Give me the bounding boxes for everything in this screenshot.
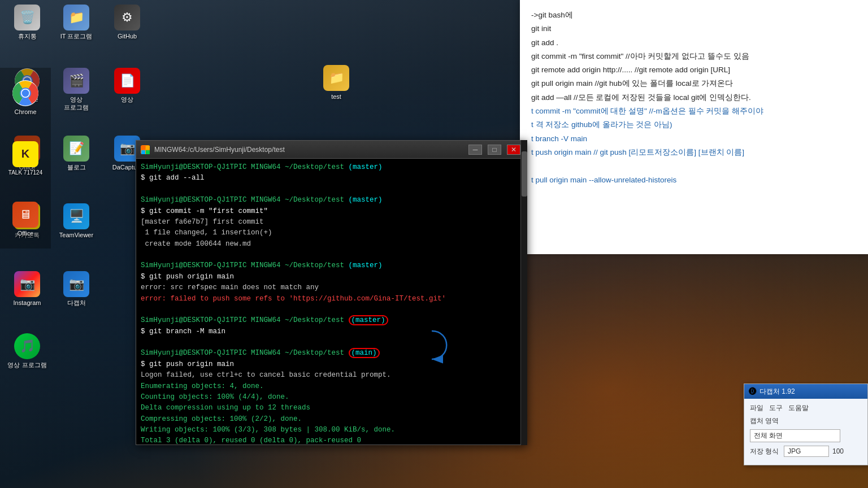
dacapture-menu: 파일 도구 도움말 (750, 403, 862, 413)
t-line-5: [master fa6e7b7] first commit (141, 217, 520, 228)
desktop-icon-dacapture[interactable]: 📷 다캡처 (54, 271, 99, 307)
desktop-icon-pdf[interactable]: 📄 영상 (105, 68, 150, 103)
dacapture-label: 다캡처 (67, 299, 86, 307)
sidebar-chrome-icon (12, 80, 38, 106)
sidebar-office-label: Office (18, 230, 34, 237)
note-line-11: t push origin main // git push [리모트저장소이름… (531, 146, 857, 159)
dacapture-format-label: 저장 형식 (750, 447, 784, 456)
dacapture-format-field: 저장 형식 JPG 100 (750, 446, 862, 457)
github-label: GitHub (118, 32, 137, 40)
t-blank-3 (141, 304, 520, 315)
note-line-9: t 격 저장소 github에 올라가는 것은 아님) (531, 118, 857, 132)
t-line-1: SimHyunji@DESKTOP-QJ1TPIC MINGW64 ~/Desk… (141, 162, 520, 173)
instagram-icon: 📷 (14, 271, 40, 297)
dacapture-body: 파일 도구 도움말 캡처 영역 전체 화면 저장 형식 JPG 100 (744, 399, 867, 465)
t-line-20: Compressing objects: 100% (2/2), done. (141, 414, 520, 425)
t-line-2: $ git add --all (141, 173, 520, 184)
dacapture-menu-file[interactable]: 파일 (750, 403, 763, 413)
svg-point-13 (22, 89, 29, 97)
desktop-icon-melon[interactable]: 🎵 영상 프로그램 (5, 333, 50, 369)
t-line-13: $ git branch -M main (141, 326, 520, 337)
dacapture-window[interactable]: 🅓 다캡처 1.92 파일 도구 도움말 캡처 영역 전체 화면 저장 형식 J… (744, 384, 868, 465)
sidebar-item-office[interactable]: 🖥 Office (0, 189, 51, 249)
sidebar-office-icon: 🖥 (12, 202, 38, 228)
desktop: 🗑️ 휴지통 📁 IT 프로그램 ⚙ GitHub (0, 0, 868, 488)
t-line-3: SimHyunji@DESKTOP-QJ1TPIC MINGW64 ~/Desk… (141, 195, 520, 206)
note-line-2: git init (531, 22, 857, 36)
note-line-12 (531, 159, 857, 173)
terminal-maximize-btn[interactable]: □ (488, 145, 501, 155)
terminal-minimize-btn[interactable]: ─ (468, 145, 482, 155)
note-line-7: git add —all //모든 로컬에 저장된 것들을 local git에… (531, 91, 857, 104)
t-line-7: create mode 100644 new.md (141, 239, 520, 250)
t-line-8: SimHyunji@DESKTOP-QJ1TPIC MINGW64 ~/Desk… (141, 260, 520, 271)
t-blank-2 (141, 250, 520, 260)
t-line-16: Logon failed, use ctrl+c to cancel basic… (141, 370, 520, 381)
note-line-3: git add . (531, 36, 857, 50)
terminal-window[interactable]: MINGW64:/c/Users/SimHyunji/Desktop/test … (136, 140, 526, 445)
pdf-label: 영상 (121, 95, 133, 103)
melon-label: 영상 프로그램 (7, 361, 46, 369)
test-label: test (331, 93, 341, 101)
terminal-titlebar: MINGW64:/c/Users/SimHyunji/Desktop/test … (136, 141, 525, 159)
recycle-icon: 🗑️ (14, 5, 40, 30)
dacapture-title-icon: 🅓 (749, 387, 757, 396)
sidebar-chrome-label: Chrome (14, 108, 36, 115)
github-icon: ⚙ (114, 5, 140, 30)
blog-icon: 📝 (63, 136, 89, 162)
t-line-21: Writing objects: 100% (3/3), 308 bytes |… (141, 425, 520, 435)
t-blank-4 (141, 337, 520, 348)
sidebar-item-chrome[interactable]: Chrome (0, 68, 51, 127)
t-line-14: SimHyunji@DESKTOP-QJ1TPIC MINGW64 ~/Desk… (141, 348, 520, 359)
melon-icon: 🎵 (14, 333, 40, 359)
desktop-icon-it-programs[interactable]: 📁 IT 프로그램 (54, 5, 99, 40)
teamviewer-icon: 🖥️ (63, 203, 89, 229)
desktop-icon-instagram[interactable]: 📷 Instagram (5, 271, 50, 307)
terminal-scrollbar-thumb[interactable] (522, 151, 527, 197)
desktop-icon-blog[interactable]: 📝 블로그 (54, 136, 99, 171)
t-line-11: error: failed to push some refs to 'http… (141, 294, 520, 304)
desktop-icon-recycle[interactable]: 🗑️ 휴지통 (5, 5, 50, 40)
recycle-label: 휴지통 (18, 32, 37, 40)
dacapture-capture-value-field[interactable]: 전체 화면 (750, 429, 862, 442)
note-panel: ->git bash에 git init git add . git commi… (520, 0, 868, 254)
t-line-22: Total 3 (delta 0), reused 0 (delta 0), p… (141, 435, 520, 445)
desktop-icon-test[interactable]: 📁 test (314, 65, 359, 101)
desktop-icon-github[interactable]: ⚙ GitHub (105, 5, 150, 40)
dacapture-title-text: 다캡처 1.92 (760, 387, 863, 396)
t-line-9: $ git push origin main (141, 272, 520, 282)
it-programs-label: IT 프로그램 (60, 32, 93, 40)
teamviewer-label: TeamViewer (59, 231, 93, 239)
sidebar: Chrome K TALK 717124 🖥 Office (0, 68, 51, 249)
t-line-18: Counting objects: 100% (4/4), done. (141, 392, 520, 403)
terminal-title: MINGW64:/c/Users/SimHyunji/Desktop/test (154, 146, 463, 154)
mingw-icon (141, 145, 150, 154)
terminal-close-btn[interactable]: ✕ (507, 145, 520, 155)
dacapture-titlebar: 🅓 다캡처 1.92 (744, 384, 867, 399)
dacapture-menu-tool[interactable]: 도구 (769, 403, 783, 413)
dacapture-capture-label: 캡처 영역 (750, 416, 784, 426)
dacapture-menu-help[interactable]: 도움말 (788, 403, 809, 413)
t-line-10: error: src refspec main does not match a… (141, 282, 520, 293)
pdf-icon: 📄 (114, 68, 140, 94)
dacapture-icon: 📷 (63, 271, 89, 297)
t-line-6: 1 file changed, 1 insertion(+) (141, 228, 520, 238)
sidebar-talk-label: TALK 717124 (8, 169, 42, 176)
sidebar-item-talk[interactable]: K TALK 717124 (0, 127, 51, 189)
terminal-scrollbar[interactable] (520, 140, 527, 445)
test-icon: 📁 (323, 65, 349, 91)
video-icon: 🎬 (63, 68, 89, 94)
blog-label: 블로그 (67, 163, 86, 171)
instagram-label: Instagram (14, 299, 41, 307)
note-line-8: t commit -m "commit에 대한 설명" //-m옵션은 필수 커… (531, 104, 857, 118)
note-line-4: git commit -m "first commit" //아마 커밋할게 없… (531, 50, 857, 63)
dacapture-format-value[interactable]: JPG (784, 446, 829, 457)
terminal-body[interactable]: SimHyunji@DESKTOP-QJ1TPIC MINGW64 ~/Desk… (136, 159, 525, 445)
t-line-4: $ git commit -m "first commit" (141, 206, 520, 217)
note-line-10: t branch -V main (531, 132, 857, 146)
note-line-6: git pull origin main //git hub에 있는 폴더를 l… (531, 77, 857, 90)
desktop-icon-video[interactable]: 🎬 영상프로그램 (54, 68, 99, 112)
desktop-icon-teamviewer[interactable]: 🖥️ TeamViewer (54, 203, 99, 239)
t-line-17: Enumerating objects: 4, done. (141, 381, 520, 392)
dacapture-capture-value[interactable]: 전체 화면 (750, 429, 840, 442)
